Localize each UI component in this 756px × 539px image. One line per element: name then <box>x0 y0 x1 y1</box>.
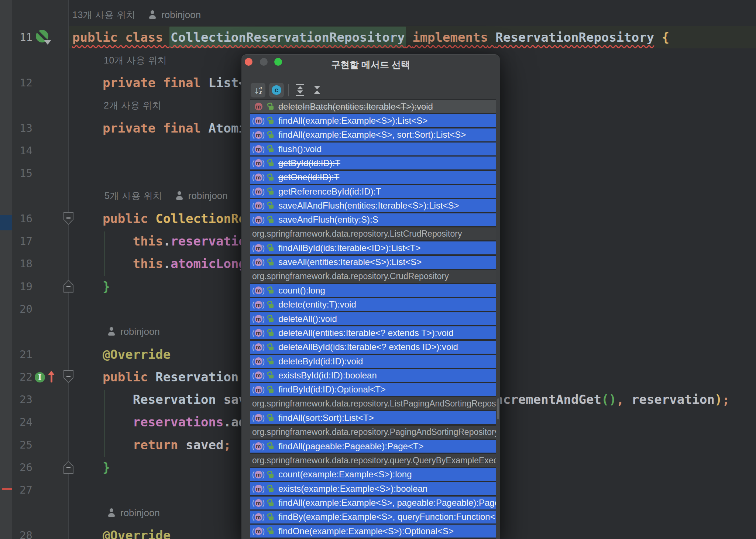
method-item[interactable]: mdeleteInBatch(entities:Iterable<T>):voi… <box>250 100 496 113</box>
sort-alphabetically-button[interactable]: ↓az <box>251 83 265 97</box>
method-item[interactable]: (m)findAll(sort:Sort):List<T> <box>250 411 496 424</box>
method-icon: (m) <box>251 117 265 125</box>
usages-inlay-hint[interactable]: 10개 사용 위치 <box>104 49 167 72</box>
method-item[interactable]: (m)count(example:Example<S>):long <box>250 468 496 481</box>
usages-inlay-hint[interactable]: robinjoon <box>107 320 160 343</box>
code-token: CollectionReservationRepository <box>169 27 406 48</box>
method-item[interactable]: (m)deleteById(id:ID):void <box>250 355 496 368</box>
method-item[interactable]: (m)findAllById(ids:Iterable<ID>):List<T> <box>250 241 496 254</box>
usage-count-label: 10개 사용 위치 <box>104 49 167 72</box>
usages-inlay-hint[interactable]: 13개 사용 위치robinjoon <box>72 3 201 26</box>
method-item[interactable]: (m)findAll(pageable:Pageable):Page<T> <box>250 440 496 453</box>
method-item[interactable]: (m)existsById(id:ID):boolean <box>250 369 496 382</box>
unlocked-visibility-icon <box>268 415 274 421</box>
method-item[interactable]: (m)findAll(example:Example<S>, sort:Sort… <box>250 128 496 141</box>
author-label: robinjoon <box>120 501 160 524</box>
author-icon <box>107 508 116 518</box>
method-signature: deleteAll():void <box>278 314 337 324</box>
package-header: org.springframework.data.repository.Crud… <box>250 270 496 283</box>
method-signature: existsById(id:ID):boolean <box>278 370 377 381</box>
method-item[interactable]: (m)findOne(example:Example<S>):Optional<… <box>250 525 496 538</box>
code-text[interactable]: public class CollectionReservationReposi… <box>72 26 669 49</box>
method-signature: findAllById(ids:Iterable<ID>):List<T> <box>278 243 421 253</box>
author-label: robinjoon <box>120 320 160 343</box>
method-item[interactable]: (m)deleteAllById(ids:Iterable<? extends … <box>250 341 496 354</box>
code-token <box>488 30 495 45</box>
usages-inlay-hint[interactable]: 2개 사용 위치 <box>104 94 162 117</box>
code-text[interactable]: @Override <box>72 343 171 366</box>
method-list[interactable]: mdeleteInBatch(entities:Iterable<T>):voi… <box>250 99 496 539</box>
code-token: . <box>163 234 171 248</box>
fold-region-start-marker[interactable] <box>63 212 73 225</box>
method-signature: findAll(sort:Sort):List<T> <box>278 413 374 423</box>
line-number: 18 <box>0 252 32 275</box>
line-number: 12 <box>0 71 32 94</box>
method-item[interactable]: (m)delete(entity:T):void <box>250 298 496 311</box>
method-icon: (m) <box>251 244 265 252</box>
collapse-all-button[interactable] <box>314 86 320 94</box>
circle-c-icon: c <box>272 85 281 95</box>
author-icon <box>107 327 116 336</box>
code-token: } <box>103 460 110 475</box>
method-item[interactable]: (m)flush():void <box>250 143 496 155</box>
method-item[interactable]: (m)deleteAll():void <box>250 312 496 325</box>
code-token: public <box>72 370 155 384</box>
method-icon: (m) <box>251 485 265 493</box>
method-signature: saveAndFlush(entity:S):S <box>278 214 378 225</box>
code-token: ReservationRepository <box>495 30 654 45</box>
method-item[interactable]: (m)saveAllAndFlush(entities:Iterable<S>)… <box>250 199 496 212</box>
method-icon: (m) <box>251 258 265 266</box>
method-icon: (m) <box>251 173 265 181</box>
method-item[interactable]: (m)findAll(example:Example<S>):List<S> <box>250 114 496 127</box>
method-signature: deleteAll(entities:Iterable<? extends T>… <box>278 328 454 338</box>
implement-methods-dialog: 구현할 메서드 선택 ↓az c mdeleteInBatch(entities… <box>241 54 500 539</box>
code-token <box>72 415 133 429</box>
fold-region-end-marker[interactable] <box>63 461 73 474</box>
copy-javadoc-button[interactable]: c <box>269 83 284 97</box>
code-text[interactable]: return saved; <box>72 433 231 456</box>
unlocked-visibility-icon <box>268 358 274 364</box>
code-text[interactable]: @Override <box>72 524 171 539</box>
method-icon: (m) <box>251 527 265 535</box>
method-item[interactable]: (m)getById(id:ID):T <box>250 157 496 169</box>
method-icon: (m) <box>251 499 265 507</box>
code-token: implements <box>412 30 488 45</box>
method-item[interactable]: (m)findAll(example:Example<S>, pageable:… <box>250 497 496 509</box>
code-text[interactable]: } <box>72 275 110 298</box>
method-icon: (m) <box>251 286 265 295</box>
usages-inlay-hint[interactable]: 5개 사용 위치robinjoon <box>104 184 228 207</box>
inlay-hint-row: 13개 사용 위치robinjoon <box>0 3 756 26</box>
method-item[interactable]: (m)findBy(example:Example<S>, queryFunct… <box>250 511 496 523</box>
usages-inlay-hint[interactable]: robinjoon <box>107 501 160 524</box>
package-header: org.springframework.data.repository.quer… <box>250 454 496 467</box>
method-item[interactable]: (m)getReferenceById(id:ID):T <box>250 185 496 198</box>
implemented-interface-gutter-icon[interactable] <box>36 29 51 45</box>
method-item[interactable]: (m)findById(id:ID):Optional<T> <box>250 383 496 396</box>
unlocked-visibility-icon <box>268 316 274 322</box>
method-item[interactable]: (m)saveAndFlush(entity:S):S <box>250 213 496 226</box>
usage-count-label: 13개 사용 위치 <box>72 3 135 26</box>
line-number: 20 <box>0 298 32 320</box>
unlocked-visibility-icon <box>268 174 274 181</box>
unlocked-visibility-icon <box>268 217 274 223</box>
fold-region-start-marker[interactable] <box>63 370 73 383</box>
method-icon: (m) <box>251 216 265 224</box>
expand-all-button[interactable] <box>296 84 304 96</box>
method-icon: (m) <box>251 442 265 450</box>
method-item[interactable]: (m)saveAll(entities:Iterable<S>):List<S> <box>250 256 496 269</box>
method-signature: deleteAllById(ids:Iterable<? extends ID>… <box>278 342 458 352</box>
line-number: 21 <box>0 343 32 366</box>
method-item[interactable]: (m)exists(example:Example<S>):boolean <box>250 482 496 495</box>
method-item[interactable]: (m)count():long <box>250 284 496 297</box>
code-token <box>72 392 133 407</box>
method-icon: (m) <box>251 470 265 478</box>
method-signature: deleteById(id:ID):void <box>278 356 363 367</box>
method-signature: findById(id:ID):Optional<T> <box>278 384 386 395</box>
method-item[interactable]: (m)deleteAll(entities:Iterable<? extends… <box>250 326 496 339</box>
code-token <box>72 437 133 452</box>
scrollbar-thumb[interactable] <box>497 398 499 419</box>
overrides-method-gutter-icon[interactable]: I <box>35 371 56 385</box>
fold-region-end-marker[interactable] <box>63 280 73 293</box>
method-item[interactable]: (m)getOne(id:ID):T <box>250 171 496 184</box>
code-text[interactable]: } <box>72 456 110 479</box>
